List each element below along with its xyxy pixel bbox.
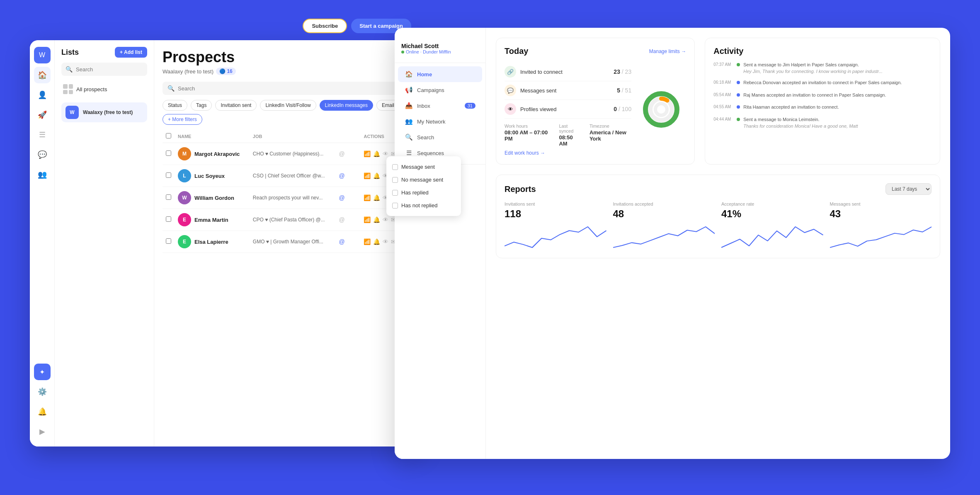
sidebar-icon-bell[interactable]: 🔔 bbox=[34, 403, 51, 420]
sidebar-icon-list[interactable]: ☰ bbox=[34, 126, 51, 143]
job-text: CHO ♥ Customer (Happiness)... bbox=[253, 151, 324, 157]
table-row[interactable]: M Margot Akrapovic CHO ♥ Customer (Happi… bbox=[163, 143, 411, 165]
more-filters-button[interactable]: + More filters bbox=[163, 114, 202, 125]
row-checkbox[interactable] bbox=[166, 194, 171, 200]
job-text: CPO ♥ (Chief Pasta Officer) @... bbox=[253, 217, 325, 223]
sidebar-icon-home[interactable]: 🏠 bbox=[34, 67, 51, 83]
user-status: Online · Dunder Mifflin bbox=[401, 49, 479, 54]
sidebar-icon-settings[interactable]: ⚙️ bbox=[34, 383, 51, 400]
list-item-waalaxy[interactable]: W Waalaxy (free to test) bbox=[61, 102, 147, 122]
row-checkbox[interactable] bbox=[166, 172, 171, 178]
activity-text: Sent a message to Jim Halpert in Paper S… bbox=[743, 62, 883, 68]
email-icon[interactable]: @ bbox=[339, 194, 344, 201]
sidebar-icon-people[interactable]: 👤 bbox=[34, 87, 51, 103]
sidebar-icon-chat[interactable]: 💬 bbox=[34, 146, 51, 163]
dropdown-item-has-not-replied[interactable]: Has not replied bbox=[386, 199, 461, 212]
network-icon: 👥 bbox=[405, 118, 413, 125]
prospects-count-badge: 🔵 16 bbox=[216, 68, 236, 75]
nav-label-inbox: Inbox bbox=[417, 103, 430, 109]
timezone-label: Timezone bbox=[589, 124, 631, 129]
action-bell-icon[interactable]: 🔔 bbox=[373, 172, 380, 179]
invited-icon: 🔗 bbox=[505, 66, 516, 78]
row-checkbox[interactable] bbox=[166, 216, 171, 222]
action-view-icon[interactable]: 👁 bbox=[383, 150, 388, 157]
filter-linkedin-messages[interactable]: LinkedIn messages bbox=[320, 100, 373, 111]
action-wifi-icon[interactable]: 📶 bbox=[364, 172, 371, 179]
reports-grid: Invitations sent 118 Invitations accepte… bbox=[505, 201, 931, 250]
action-bell-icon[interactable]: 🔔 bbox=[373, 150, 380, 157]
nav-item-home[interactable]: 🏠 Home bbox=[398, 66, 482, 82]
email-icon[interactable]: @ bbox=[339, 216, 344, 223]
subscribe-button[interactable]: Subscribe bbox=[303, 19, 347, 33]
nav-item-campaigns[interactable]: 📢 Campaigns bbox=[398, 82, 482, 98]
list-avatar: W bbox=[65, 106, 79, 119]
action-bell-icon[interactable]: 🔔 bbox=[373, 194, 380, 201]
filter-tags[interactable]: Tags bbox=[191, 100, 212, 111]
checkbox-no-message[interactable] bbox=[392, 177, 398, 183]
action-view-icon[interactable]: 👁 bbox=[383, 238, 388, 245]
select-all-checkbox[interactable] bbox=[166, 133, 171, 138]
checkbox-has-not-replied[interactable] bbox=[392, 203, 398, 209]
period-select[interactable]: Last 7 days Last 30 days Last 90 days bbox=[885, 183, 931, 195]
sidebar-icon-group[interactable]: 👥 bbox=[34, 166, 51, 183]
dropdown-item-message-sent[interactable]: Message sent bbox=[386, 160, 461, 173]
sidebar-icon-waalaxy[interactable]: ✦ bbox=[34, 364, 51, 380]
activity-content: Sent a message to Jim Halpert in Paper S… bbox=[743, 62, 883, 74]
dropdown-item-has-replied[interactable]: Has replied bbox=[386, 186, 461, 199]
timezone-value: America / New York bbox=[589, 129, 631, 142]
donut-chart-wrap bbox=[636, 63, 686, 156]
activity-time: 05:54 AM bbox=[713, 92, 733, 97]
table-row[interactable]: E Emma Martín CPO ♥ (Chief Pasta Officer… bbox=[163, 209, 411, 231]
activity-preview: Thanks for consideration Monica! Have a … bbox=[743, 124, 858, 129]
action-wifi-icon[interactable]: 📶 bbox=[364, 150, 371, 157]
nav-item-inbox[interactable]: 📥 Inbox 31 bbox=[398, 98, 482, 114]
activity-text: Rita Haaman accepted an invitation to co… bbox=[743, 104, 839, 110]
email-icon[interactable]: @ bbox=[339, 172, 344, 179]
email-icon[interactable]: @ bbox=[339, 150, 344, 157]
checkbox-message-sent[interactable] bbox=[392, 164, 398, 170]
table-row[interactable]: E Elsa Lapierre GMO ♥ | Growth Manager O… bbox=[163, 231, 411, 253]
action-bell-icon[interactable]: 🔔 bbox=[373, 216, 380, 223]
messages-label: Messages sent bbox=[520, 87, 556, 94]
sidebar-icon-logo[interactable]: W bbox=[34, 47, 51, 63]
add-list-button[interactable]: + Add list bbox=[115, 47, 147, 58]
lists-search-input[interactable] bbox=[76, 66, 143, 73]
sidebar-icon-rocket[interactable]: 🚀 bbox=[34, 107, 51, 123]
action-wifi-icon[interactable]: 📶 bbox=[364, 216, 371, 223]
email-icon[interactable]: @ bbox=[339, 238, 344, 245]
metric-invited: 🔗 Invited to connect 23 / 23 bbox=[505, 63, 631, 81]
lists-search-box[interactable]: 🔍 bbox=[61, 63, 147, 76]
table-row[interactable]: L Luc Soyeux CSO | Chief Secret Officer … bbox=[163, 165, 411, 187]
activity-text: Raj Manes accepted an invitation to conn… bbox=[743, 92, 886, 98]
checkbox-has-replied[interactable] bbox=[392, 190, 398, 196]
filter-linkedin-visit[interactable]: LinkedIn Visit/Follow bbox=[260, 100, 316, 111]
dashboard-content: Today Manage limits → 🔗 Invited to conne… bbox=[486, 28, 950, 459]
messages-icon: 💬 bbox=[505, 85, 516, 96]
activity-item: 07:37 AM Sent a message to Jim Halpert i… bbox=[713, 62, 931, 74]
prospects-search-input[interactable] bbox=[178, 85, 247, 92]
all-prospects-row[interactable]: All prospects bbox=[61, 81, 147, 97]
action-view-icon[interactable]: 👁 bbox=[383, 216, 388, 223]
prospects-search-box[interactable]: 🔍 bbox=[163, 82, 411, 95]
work-hours-label: Work hours bbox=[505, 124, 549, 129]
activity-time: 07:37 AM bbox=[713, 62, 733, 67]
table-row[interactable]: W William Gordon Reach prospects your wi… bbox=[163, 187, 411, 209]
work-hours-info: Work hours 08:00 AM – 07:00 PM bbox=[505, 124, 549, 147]
filter-invitation-sent[interactable]: Invitation sent bbox=[215, 100, 257, 111]
sidebar-icon-play[interactable]: ▶ bbox=[34, 423, 51, 440]
job-text: CSO | Chief Secret Officer @w... bbox=[253, 173, 325, 179]
nav-item-network[interactable]: 👥 My Network bbox=[398, 114, 482, 129]
filter-status[interactable]: Status bbox=[163, 100, 187, 111]
row-checkbox[interactable] bbox=[166, 238, 171, 244]
svg-point-4 bbox=[655, 104, 667, 115]
today-section: Today Manage limits → 🔗 Invited to conne… bbox=[496, 38, 940, 165]
action-bell-icon[interactable]: 🔔 bbox=[373, 238, 380, 245]
dropdown-item-no-message[interactable]: No message sent bbox=[386, 173, 461, 186]
action-wifi-icon[interactable]: 📶 bbox=[364, 194, 371, 201]
row-checkbox[interactable] bbox=[166, 150, 171, 156]
action-wifi-icon[interactable]: 📶 bbox=[364, 238, 371, 245]
edit-work-hours-link[interactable]: Edit work hours → bbox=[505, 150, 631, 156]
nav-item-search[interactable]: 🔍 Search bbox=[398, 129, 482, 145]
activity-text: Rebecca Donovan accepted an invitation t… bbox=[743, 80, 902, 86]
manage-limits-link[interactable]: Manage limits → bbox=[649, 49, 686, 54]
